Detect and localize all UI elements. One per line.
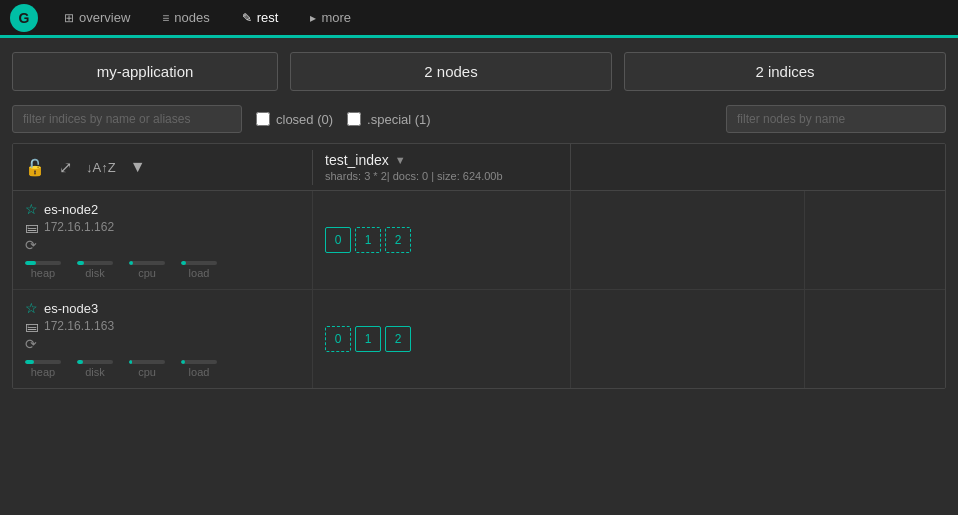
expand-icon[interactable]: ⤢ bbox=[59, 158, 72, 177]
filter-indices-input[interactable] bbox=[12, 105, 242, 133]
load-label: load bbox=[189, 267, 210, 279]
cluster-name-box: my-application bbox=[12, 52, 278, 91]
node-name-es-node3: ☆ es-node3 bbox=[25, 300, 300, 316]
disk-label: disk bbox=[85, 267, 105, 279]
nav-item-more[interactable]: ▸ more bbox=[304, 6, 357, 29]
app-logo[interactable]: G bbox=[10, 4, 38, 32]
node-name-es-node2: ☆ es-node2 bbox=[25, 201, 300, 217]
disk-icon-es-node2: 🖴 bbox=[25, 219, 39, 235]
indices-count-box: 2 indices bbox=[624, 52, 946, 91]
disk-icon-es-node3: 🖴 bbox=[25, 318, 39, 334]
node-role-es-node3: ⟳ bbox=[25, 336, 300, 352]
node-ip-es-node2: 🖴 172.16.1.162 bbox=[25, 219, 300, 235]
nav-item-nodes[interactable]: ≡ nodes bbox=[156, 6, 215, 29]
indices-count: 2 indices bbox=[755, 63, 814, 80]
cpu-metric: cpu bbox=[129, 257, 165, 279]
closed-filter-label[interactable]: closed (0) bbox=[256, 112, 333, 127]
shards-cell-es-node3: 0 1 2 bbox=[313, 290, 571, 388]
shards-cell-es-node2: 0 1 2 bbox=[313, 191, 571, 289]
node-metrics-es-node3: heap disk cpu load bbox=[25, 356, 300, 378]
node-cell-es-node3: ☆ es-node3 🖴 172.16.1.163 ⟳ heap bbox=[13, 290, 313, 388]
index-dropdown-icon[interactable]: ▼ bbox=[395, 154, 406, 166]
shard-2-es-node2[interactable]: 2 bbox=[385, 227, 411, 253]
filter-nodes-input[interactable] bbox=[726, 105, 946, 133]
load-metric: load bbox=[181, 356, 217, 378]
empty-cell-1-es-node2 bbox=[571, 191, 805, 289]
nav-nodes-label: nodes bbox=[174, 10, 209, 25]
closed-label-text: closed (0) bbox=[276, 112, 333, 127]
star-icon-es-node2[interactable]: ☆ bbox=[25, 201, 38, 217]
nav-more-label: more bbox=[321, 10, 351, 25]
table-header: 🔓 ⤢ ↓A↑Z ▼ test_index ▼ shards: 3 * 2| d… bbox=[13, 144, 945, 191]
lock-icon[interactable]: 🔓 bbox=[25, 158, 45, 177]
indices-table: 🔓 ⤢ ↓A↑Z ▼ test_index ▼ shards: 3 * 2| d… bbox=[12, 143, 946, 389]
index-column-header: test_index ▼ shards: 3 * 2| docs: 0 | si… bbox=[313, 144, 571, 190]
sort-icon[interactable]: ↓A↑Z bbox=[86, 160, 116, 175]
shard-1-es-node2[interactable]: 1 bbox=[355, 227, 381, 253]
nodes-count-box: 2 nodes bbox=[290, 52, 612, 91]
special-filter-label[interactable]: .special (1) bbox=[347, 112, 431, 127]
heap-label: heap bbox=[31, 366, 55, 378]
index-meta: shards: 3 * 2| docs: 0 | size: 624.00b bbox=[325, 170, 558, 182]
shard-1-es-node3[interactable]: 1 bbox=[355, 326, 381, 352]
index-name: test_index ▼ bbox=[325, 152, 558, 168]
heap-metric: heap bbox=[25, 257, 61, 279]
nodes-icon: ≡ bbox=[162, 11, 169, 25]
disk-label: disk bbox=[85, 366, 105, 378]
node-ip-label: 172.16.1.162 bbox=[44, 220, 114, 234]
node-name-label: es-node3 bbox=[44, 301, 98, 316]
node-ip-es-node3: 🖴 172.16.1.163 bbox=[25, 318, 300, 334]
node-metrics-es-node2: heap disk cpu load bbox=[25, 257, 300, 279]
load-label: load bbox=[189, 366, 210, 378]
table-row: ☆ es-node3 🖴 172.16.1.163 ⟳ heap bbox=[13, 290, 945, 388]
special-label-text: .special (1) bbox=[367, 112, 431, 127]
nav-overview-label: overview bbox=[79, 10, 130, 25]
filter-row: closed (0) .special (1) bbox=[12, 105, 946, 133]
nodes-count: 2 nodes bbox=[424, 63, 477, 80]
node-role-icon: ⟳ bbox=[25, 237, 37, 253]
cpu-label: cpu bbox=[138, 267, 156, 279]
node-ip-label: 172.16.1.163 bbox=[44, 319, 114, 333]
load-metric: load bbox=[181, 257, 217, 279]
shard-2-es-node3[interactable]: 2 bbox=[385, 326, 411, 352]
cluster-name: my-application bbox=[97, 63, 194, 80]
node-cell-es-node2: ☆ es-node2 🖴 172.16.1.162 ⟳ heap bbox=[13, 191, 313, 289]
star-icon-es-node3[interactable]: ☆ bbox=[25, 300, 38, 316]
empty-cell-2-es-node3 bbox=[805, 290, 945, 388]
disk-metric: disk bbox=[77, 356, 113, 378]
heap-metric: heap bbox=[25, 356, 61, 378]
empty-cell-2-es-node2 bbox=[805, 191, 945, 289]
node-name-label: es-node2 bbox=[44, 202, 98, 217]
table-row: ☆ es-node2 🖴 172.16.1.162 ⟳ heap bbox=[13, 191, 945, 290]
cpu-metric: cpu bbox=[129, 356, 165, 378]
more-icon: ▸ bbox=[310, 11, 316, 25]
filter-dropdown-icon[interactable]: ▼ bbox=[130, 158, 146, 176]
main-content: my-application 2 nodes 2 indices closed … bbox=[0, 38, 958, 403]
nav-item-rest[interactable]: ✎ rest bbox=[236, 6, 285, 29]
top-navigation: G ⊞ overview ≡ nodes ✎ rest ▸ more bbox=[0, 0, 958, 38]
rest-icon: ✎ bbox=[242, 11, 252, 25]
node-column-header: 🔓 ⤢ ↓A↑Z ▼ bbox=[13, 150, 313, 185]
shard-0-es-node2[interactable]: 0 bbox=[325, 227, 351, 253]
closed-checkbox[interactable] bbox=[256, 112, 270, 126]
overview-icon: ⊞ bbox=[64, 11, 74, 25]
heap-label: heap bbox=[31, 267, 55, 279]
node-role-icon2: ⟳ bbox=[25, 336, 37, 352]
node-role-es-node2: ⟳ bbox=[25, 237, 300, 253]
nav-item-overview[interactable]: ⊞ overview bbox=[58, 6, 136, 29]
cpu-label: cpu bbox=[138, 366, 156, 378]
empty-cell-1-es-node3 bbox=[571, 290, 805, 388]
stats-row: my-application 2 nodes 2 indices bbox=[12, 52, 946, 91]
shard-0-es-node3[interactable]: 0 bbox=[325, 326, 351, 352]
special-checkbox[interactable] bbox=[347, 112, 361, 126]
nav-rest-label: rest bbox=[257, 10, 279, 25]
disk-metric: disk bbox=[77, 257, 113, 279]
